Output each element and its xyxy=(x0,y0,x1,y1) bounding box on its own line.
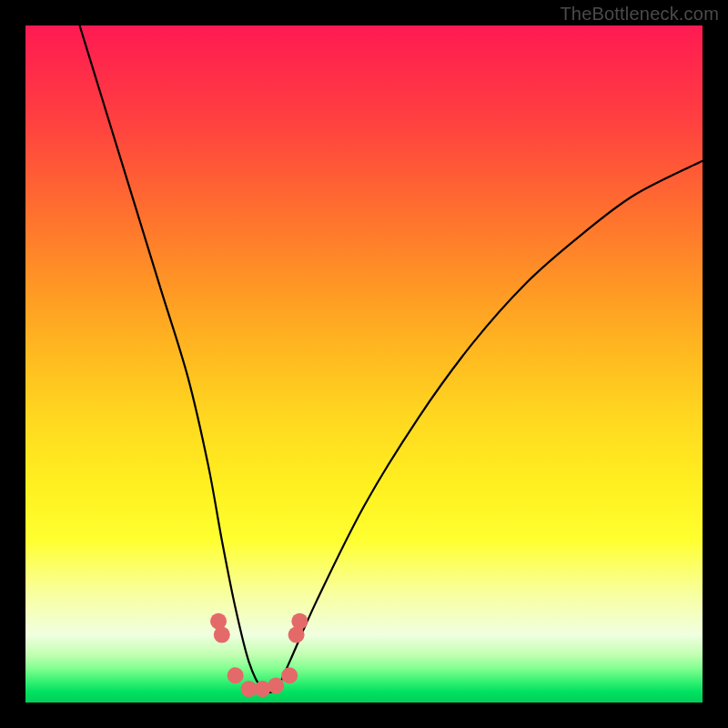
bottleneck-curve-svg xyxy=(25,25,703,703)
curve-marker xyxy=(268,677,284,693)
curve-marker xyxy=(281,667,298,683)
bottleneck-curve-path xyxy=(80,25,703,693)
outer-black-frame: TheBottleneck.com xyxy=(0,0,728,728)
curve-marker xyxy=(228,667,244,683)
watermark-text: TheBottleneck.com xyxy=(560,4,719,25)
curve-marker xyxy=(214,627,230,643)
curve-marker xyxy=(291,613,308,630)
plot-area xyxy=(25,25,703,703)
